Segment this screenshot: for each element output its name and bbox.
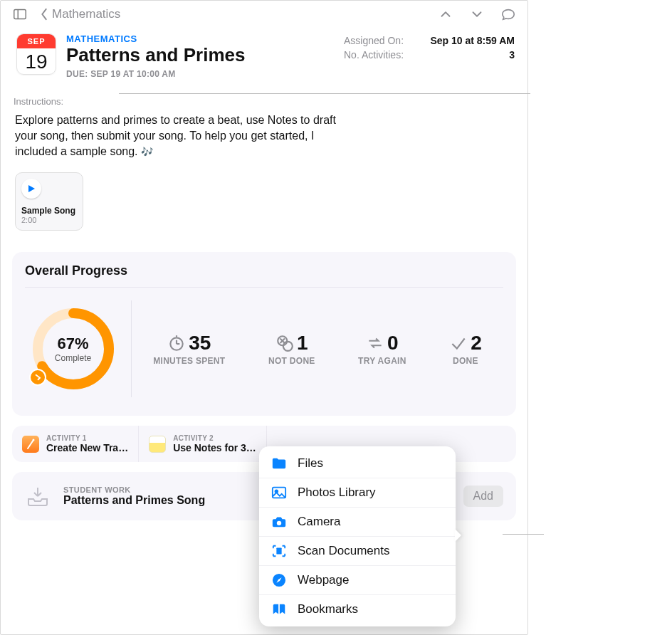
clock-icon — [167, 334, 186, 352]
menu-item-bookmarks[interactable]: Bookmarks — [259, 594, 456, 624]
menu-item-files[interactable]: Files — [259, 449, 456, 478]
activity-label: ACTIVITY 1 — [46, 434, 128, 442]
instructions-label: Instructions: — [1, 79, 527, 112]
calendar-day: 19 — [17, 48, 56, 75]
assignment-header: SEP 19 MATHEMATICS Patterns and Primes D… — [1, 28, 527, 79]
inbox-icon — [25, 483, 51, 509]
student-work-name: Patterns and Primes Song — [63, 494, 205, 507]
menu-label: Camera — [298, 515, 340, 529]
svg-point-13 — [33, 439, 35, 441]
stat-not-done: 1 NOT DONE — [268, 332, 315, 366]
assigned-on-value: Sep 10 at 8:59 AM — [430, 35, 515, 46]
progress-donut: 67% Complete — [25, 300, 132, 397]
try-again-icon — [366, 334, 384, 352]
menu-label: Webpage — [298, 573, 349, 587]
folder-icon — [271, 456, 288, 471]
stat-try-again: 0 TRY AGAIN — [358, 332, 406, 366]
done-icon — [449, 334, 468, 352]
chevron-up-icon[interactable] — [434, 4, 458, 25]
notes-icon — [149, 436, 166, 453]
calendar-icon: SEP 19 — [16, 33, 56, 75]
activities-count-label: No. Activities: — [344, 49, 404, 61]
student-work-label: STUDENT WORK — [63, 486, 205, 494]
activity-title: Create New Tra… — [46, 442, 128, 453]
activity-2[interactable]: ACTIVITY 2 Use Notes for 3… — [139, 426, 267, 462]
attachment-title: Sample Song — [21, 206, 77, 216]
menu-item-photos[interactable]: Photos Library — [259, 478, 456, 507]
play-icon[interactable] — [21, 179, 41, 199]
attachment-card[interactable]: Sample Song 2:00 — [15, 172, 83, 231]
svg-point-16 — [277, 521, 281, 525]
menu-label: Files — [298, 456, 323, 471]
svg-marker-2 — [28, 185, 35, 192]
stat-done: 2 DONE — [449, 332, 482, 366]
activity-label: ACTIVITY 2 — [173, 434, 256, 442]
calendar-month: SEP — [17, 34, 56, 48]
garageband-icon — [22, 436, 39, 453]
back-label: Mathematics — [52, 7, 120, 21]
assigned-on-label: Assigned On: — [344, 35, 404, 46]
back-button[interactable]: Mathematics — [39, 7, 120, 21]
music-note-icon: 🎶 — [141, 146, 153, 157]
scan-icon — [271, 543, 288, 559]
callout-line — [503, 534, 544, 535]
stat-minutes: 35 MINUTES SPENT — [153, 332, 225, 366]
chat-icon[interactable] — [496, 4, 520, 25]
instructions-text: Explore patterns and primes to create a … — [1, 112, 371, 159]
menu-item-webpage[interactable]: Webpage — [259, 565, 456, 594]
progress-title: Overall Progress — [25, 263, 503, 288]
app-window: Mathematics SEP 19 MATHEMATICS Patterns … — [0, 0, 528, 635]
callout-line — [119, 93, 530, 94]
progress-percent: 67% — [57, 335, 88, 353]
camera-icon — [271, 514, 288, 530]
not-done-icon — [275, 334, 294, 352]
menu-label: Scan Documents — [298, 544, 389, 558]
page-title: Patterns and Primes — [66, 44, 334, 66]
progress-percent-label: Complete — [55, 353, 91, 363]
svg-rect-17 — [276, 547, 281, 554]
due-label: DUE: SEP 19 AT 10:00 AM — [66, 69, 334, 79]
toolbar: Mathematics — [1, 1, 527, 28]
safari-icon — [271, 572, 288, 588]
activity-1[interactable]: ACTIVITY 1 Create New Tra… — [12, 426, 139, 462]
svg-rect-0 — [14, 10, 26, 19]
attachment-duration: 2:00 — [21, 216, 77, 224]
menu-label: Photos Library — [298, 486, 376, 500]
activities-count-value: 3 — [509, 49, 515, 61]
add-button[interactable]: Add — [463, 486, 503, 507]
header-meta: Assigned On: Sep 10 at 8:59 AM No. Activ… — [344, 33, 515, 79]
add-popover: Files Photos Library Camera Scan Documen… — [259, 446, 456, 626]
menu-label: Bookmarks — [298, 602, 358, 616]
activity-title: Use Notes for 3… — [173, 442, 256, 453]
menu-item-camera[interactable]: Camera — [259, 507, 456, 536]
bookmark-icon — [271, 602, 288, 617]
menu-item-scan[interactable]: Scan Documents — [259, 536, 456, 565]
photos-icon — [271, 485, 288, 500]
title-block: MATHEMATICS Patterns and Primes DUE: SEP… — [66, 33, 334, 79]
progress-card: Overall Progress 67% Complete — [12, 252, 516, 416]
chevron-down-icon[interactable] — [465, 4, 489, 25]
subject-label: MATHEMATICS — [66, 33, 334, 44]
checkmark-icon — [29, 369, 46, 386]
sidebar-toggle-icon[interactable] — [8, 4, 32, 25]
progress-stats: 35 MINUTES SPENT 1 NOT DONE 0 — [132, 332, 503, 366]
svg-point-12 — [283, 342, 293, 351]
